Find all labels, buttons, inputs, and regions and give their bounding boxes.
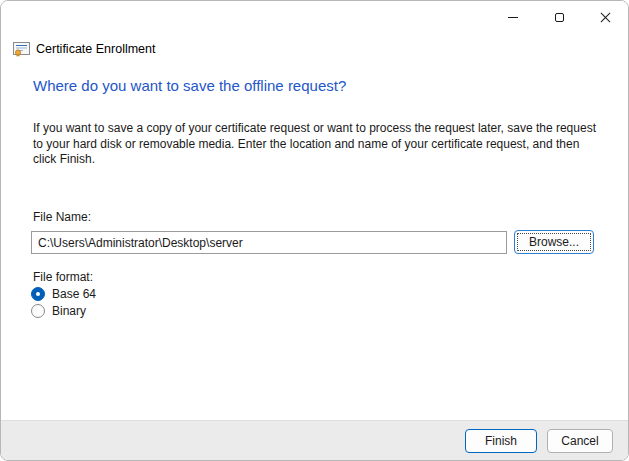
radio-binary-label: Binary: [52, 304, 86, 318]
wizard-title: Certificate Enrollment: [36, 42, 156, 56]
maximize-button[interactable]: [536, 1, 582, 33]
cancel-button[interactable]: Cancel: [547, 429, 613, 453]
minimize-button[interactable]: [490, 1, 536, 33]
browse-button[interactable]: Browse...: [514, 230, 594, 254]
certificate-enrollment-dialog: Certificate Enrollment Where do you want…: [0, 0, 629, 461]
description-text: If you want to save a copy of your certi…: [33, 121, 605, 168]
file-format-label: File format:: [33, 270, 93, 284]
wizard-header: Certificate Enrollment: [13, 41, 156, 57]
radio-binary-circle[interactable]: [31, 304, 45, 318]
radio-binary[interactable]: Binary: [31, 304, 86, 318]
radio-base64-circle[interactable]: [31, 287, 45, 301]
close-icon: [600, 12, 611, 23]
radio-base64[interactable]: Base 64: [31, 287, 96, 301]
file-name-input[interactable]: [31, 231, 507, 254]
maximize-icon: [555, 13, 564, 22]
file-name-label: File Name:: [33, 210, 91, 224]
minimize-icon: [508, 17, 518, 18]
finish-button[interactable]: Finish: [465, 429, 537, 453]
page-title: Where do you want to save the offline re…: [33, 77, 346, 94]
button-bar: Finish Cancel: [1, 420, 628, 460]
certificate-icon: [13, 41, 30, 57]
radio-base64-label: Base 64: [52, 287, 96, 301]
close-button[interactable]: [582, 1, 628, 33]
title-bar: [1, 1, 628, 33]
